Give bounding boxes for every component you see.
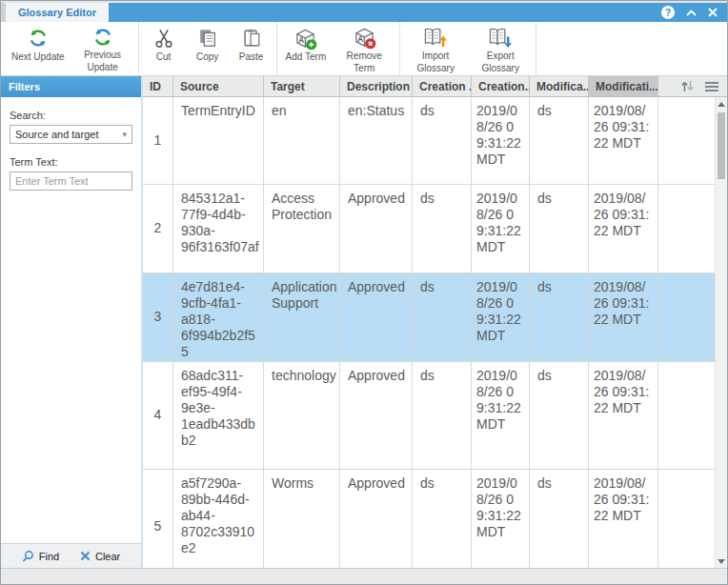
previous-update-button[interactable]: Previous Update xyxy=(71,22,135,75)
cell-id[interactable]: 5 xyxy=(143,470,173,568)
cell-description[interactable]: Approved xyxy=(340,185,413,273)
import-glossary-button[interactable]: Import Glossary xyxy=(403,22,468,75)
status-bar xyxy=(1,568,727,584)
cell-creation-date[interactable]: 2019/08/26 09:31:22 MDT xyxy=(472,470,530,568)
help-button[interactable]: ? xyxy=(661,6,675,19)
column-header-description[interactable]: Description xyxy=(340,76,413,96)
copy-button[interactable]: Copy xyxy=(186,22,230,75)
cell-source[interactable]: a5f7290a-89bb-446d-ab44-8702c33910e2 xyxy=(173,470,264,568)
cell-description[interactable]: Approved xyxy=(340,273,413,362)
tab-glossary-editor[interactable]: Glossary Editor xyxy=(6,3,109,22)
cell-modification-date[interactable]: 2019/08/26 09:31:22 MDT xyxy=(589,273,658,362)
filters-header: Filters xyxy=(1,76,141,97)
cell-description[interactable]: en:Status xyxy=(340,97,413,185)
cell-creation-user[interactable]: ds xyxy=(413,185,472,273)
column-header-creation[interactable]: Creation ... xyxy=(413,76,472,96)
cell-creation-user[interactable]: ds xyxy=(413,362,472,470)
cell-creation-date[interactable]: 2019/08/26 09:31:22 MDT xyxy=(472,362,530,470)
table-header: IDSourceTargetDescriptionCreation ...Cre… xyxy=(143,76,727,97)
cell-description[interactable]: Approved xyxy=(340,362,413,470)
filters-footer: Find Clear xyxy=(1,543,141,568)
search-mode-value: Source and target xyxy=(15,129,98,140)
cell-source[interactable]: 845312a1-77f9-4d4b-930a-96f3163f07af xyxy=(173,185,264,273)
collapse-button[interactable] xyxy=(686,10,697,16)
search-label: Search: xyxy=(10,110,132,121)
cell-modification-user[interactable]: ds xyxy=(530,185,589,273)
filters-body: Search: Source and target ▾ Term Text: xyxy=(1,97,141,543)
cell-creation-date[interactable]: 2019/08/26 09:31:22 MDT xyxy=(472,185,530,273)
table-row[interactable]: 468adc311-ef95-49f4-9e3e-1eadb433dbb2tec… xyxy=(143,362,715,470)
table-row[interactable]: 1TermEntryIDenen:Statusds2019/08/26 09:3… xyxy=(143,97,715,185)
cell-modification-user[interactable]: ds xyxy=(530,362,589,470)
cell-target[interactable]: Worms xyxy=(264,470,340,568)
table-row[interactable]: 34e7d81e4-9cfb-4fa1-a818-6f994b2b2f55App… xyxy=(143,273,715,362)
cell-creation-date[interactable]: 2019/08/26 09:31:22 MDT xyxy=(472,273,530,362)
cell-modification-date[interactable]: 2019/08/26 09:31:22 MDT xyxy=(589,185,658,273)
next-update-button[interactable]: Next Update xyxy=(6,22,71,75)
close-button[interactable] xyxy=(708,8,718,17)
export-glossary-button[interactable]: Export Glossary xyxy=(468,22,533,75)
cell-modification-date[interactable]: 2019/08/26 09:31:22 MDT xyxy=(589,362,658,470)
term-text-input[interactable] xyxy=(10,171,132,191)
cell-target[interactable]: Access Protection xyxy=(264,185,340,273)
toolbar-button-label: Paste xyxy=(239,51,264,64)
cell-source[interactable]: TermEntryID xyxy=(173,97,264,185)
column-header-id[interactable]: ID xyxy=(143,76,173,96)
scroll-down-button[interactable] xyxy=(716,555,727,568)
cell-filler xyxy=(658,97,715,185)
cell-source[interactable]: 4e7d81e4-9cfb-4fa1-a818-6f994b2b2f55 xyxy=(173,273,264,362)
column-header-modifica[interactable]: Modifica... xyxy=(530,76,589,96)
cell-id[interactable]: 3 xyxy=(143,273,173,362)
main-area: Filters Search: Source and target ▾ Term… xyxy=(1,76,727,568)
toolbar-button-label: Cut xyxy=(156,51,172,64)
cut-button[interactable]: Cut xyxy=(142,22,186,75)
column-header-modificati[interactable]: Modificati... xyxy=(589,76,658,96)
cell-filler xyxy=(658,470,715,568)
scrollbar-thumb[interactable] xyxy=(718,112,725,179)
svg-text:A: A xyxy=(299,35,305,44)
toolbar-button-label: Next Update xyxy=(11,51,65,64)
columns-menu-icon[interactable] xyxy=(704,81,719,92)
toolbar-group: A Add Term A Remove Term xyxy=(277,22,401,75)
remove-term-icon: A xyxy=(353,26,376,50)
cell-modification-date[interactable]: 2019/08/26 09:31:22 MDT xyxy=(589,97,658,185)
clear-button[interactable]: Clear xyxy=(80,551,120,562)
cell-id[interactable]: 4 xyxy=(143,362,173,470)
cell-target[interactable]: Application Support xyxy=(264,273,340,362)
paste-button[interactable]: Paste xyxy=(230,22,273,75)
tab-bar: Glossary Editor ? xyxy=(1,1,727,22)
cell-modification-date[interactable]: 2019/08/26 09:31:22 MDT xyxy=(589,470,658,568)
cell-creation-date[interactable]: 2019/08/26 09:31:22 MDT xyxy=(472,97,530,185)
cell-source[interactable]: 68adc311-ef95-49f4-9e3e-1eadb433dbb2 xyxy=(173,362,264,470)
cell-id[interactable]: 1 xyxy=(143,97,173,185)
search-mode-select[interactable]: Source and target ▾ xyxy=(10,125,132,144)
copy-icon xyxy=(197,26,218,50)
column-header-creation[interactable]: Creation... xyxy=(472,76,530,96)
sort-icon[interactable] xyxy=(680,80,695,92)
toolbar-button-label: Remove Term xyxy=(337,50,391,74)
cell-creation-user[interactable]: ds xyxy=(413,97,472,185)
toolbar-group: Import Glossary Export Glossary xyxy=(400,22,536,75)
column-header-source[interactable]: Source xyxy=(173,76,264,96)
column-header-target[interactable]: Target xyxy=(264,76,340,96)
close-icon xyxy=(708,8,718,17)
find-button[interactable]: Find xyxy=(22,550,59,562)
scissors-icon xyxy=(153,26,174,50)
cell-modification-user[interactable]: ds xyxy=(530,273,589,362)
table-row[interactable]: 2845312a1-77f9-4d4b-930a-96f3163f07afAcc… xyxy=(143,185,715,273)
cell-target[interactable]: en xyxy=(264,97,340,185)
scroll-up-button[interactable] xyxy=(716,97,727,111)
vertical-scrollbar[interactable] xyxy=(715,97,727,568)
cell-modification-user[interactable]: ds xyxy=(530,470,589,568)
cell-description[interactable]: Approved xyxy=(340,470,413,568)
cell-creation-user[interactable]: ds xyxy=(413,470,472,568)
table-row[interactable]: 5a5f7290a-89bb-446d-ab44-8702c33910e2Wor… xyxy=(143,470,715,568)
cell-id[interactable]: 2 xyxy=(143,185,173,273)
cell-target[interactable]: technology xyxy=(264,362,340,470)
cell-creation-user[interactable]: ds xyxy=(413,273,472,362)
toolbar-group: Next Update Previous Update xyxy=(3,22,139,75)
cell-modification-user[interactable]: ds xyxy=(530,97,589,185)
add-term-button[interactable]: A Add Term xyxy=(280,22,333,75)
remove-term-button[interactable]: A Remove Term xyxy=(332,22,396,75)
triangle-down-icon xyxy=(718,559,725,564)
